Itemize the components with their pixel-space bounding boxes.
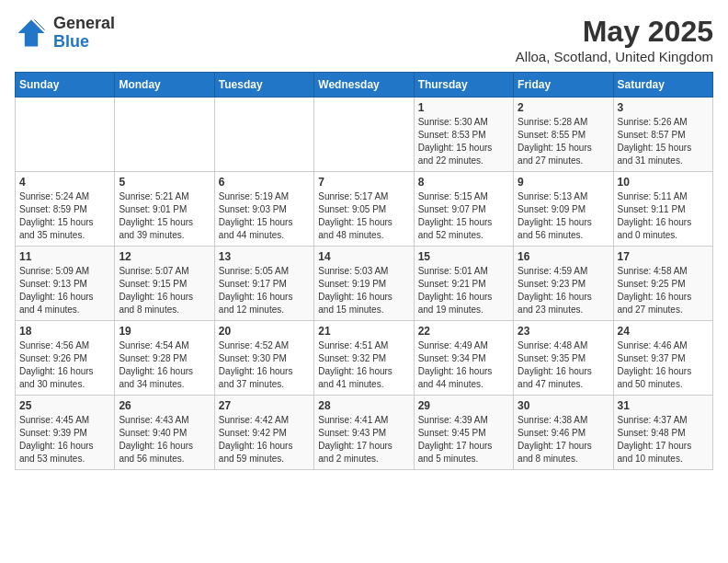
weekday-header-row: SundayMondayTuesdayWednesdayThursdayFrid… [16, 73, 713, 98]
day-info: Sunrise: 4:37 AMSunset: 9:48 PMDaylight:… [618, 414, 709, 465]
day-info: Sunrise: 4:46 AMSunset: 9:37 PMDaylight:… [618, 339, 709, 391]
day-number: 15 [418, 250, 509, 263]
day-info: Sunrise: 4:49 AMSunset: 9:34 PMDaylight:… [418, 339, 509, 391]
day-cell: 21Sunrise: 4:51 AMSunset: 9:32 PMDayligh… [314, 321, 414, 396]
day-cell: 11Sunrise: 5:09 AMSunset: 9:13 PMDayligh… [16, 247, 115, 321]
day-cell: 1Sunrise: 5:30 AMSunset: 8:53 PMDaylight… [414, 98, 513, 172]
day-info: Sunrise: 4:51 AMSunset: 9:32 PMDaylight:… [318, 339, 409, 391]
calendar-table: SundayMondayTuesdayWednesdayThursdayFrid… [15, 72, 713, 470]
day-cell: 12Sunrise: 5:07 AMSunset: 9:15 PMDayligh… [115, 247, 214, 321]
day-info: Sunrise: 4:52 AMSunset: 9:30 PMDaylight:… [219, 339, 310, 391]
weekday-header-saturday: Saturday [613, 73, 712, 98]
week-row-5: 25Sunrise: 4:45 AMSunset: 9:39 PMDayligh… [16, 396, 713, 470]
weekday-header-sunday: Sunday [16, 73, 115, 98]
day-info: Sunrise: 4:45 AMSunset: 9:39 PMDaylight:… [19, 414, 110, 465]
day-cell: 15Sunrise: 5:01 AMSunset: 9:21 PMDayligh… [414, 247, 513, 321]
day-number: 1 [418, 101, 509, 114]
day-info: Sunrise: 5:26 AMSunset: 8:57 PMDaylight:… [618, 116, 709, 167]
week-row-1: 1Sunrise: 5:30 AMSunset: 8:53 PMDaylight… [16, 98, 713, 172]
day-cell [214, 98, 313, 172]
day-cell: 14Sunrise: 5:03 AMSunset: 9:19 PMDayligh… [314, 247, 414, 321]
day-info: Sunrise: 4:59 AMSunset: 9:23 PMDaylight:… [518, 265, 609, 316]
day-cell: 18Sunrise: 4:56 AMSunset: 9:26 PMDayligh… [16, 321, 115, 396]
day-cell: 4Sunrise: 5:24 AMSunset: 8:59 PMDaylight… [16, 172, 115, 247]
day-cell [314, 98, 414, 172]
svg-marker-0 [18, 19, 45, 46]
day-info: Sunrise: 4:42 AMSunset: 9:42 PMDaylight:… [219, 414, 310, 465]
day-cell: 13Sunrise: 5:05 AMSunset: 9:17 PMDayligh… [214, 247, 313, 321]
day-cell: 3Sunrise: 5:26 AMSunset: 8:57 PMDaylight… [613, 98, 712, 172]
day-cell: 26Sunrise: 4:43 AMSunset: 9:40 PMDayligh… [115, 396, 214, 470]
day-info: Sunrise: 5:01 AMSunset: 9:21 PMDaylight:… [418, 265, 509, 316]
day-number: 7 [318, 176, 409, 189]
day-info: Sunrise: 5:19 AMSunset: 9:03 PMDaylight:… [219, 190, 310, 242]
day-info: Sunrise: 4:54 AMSunset: 9:28 PMDaylight:… [119, 339, 210, 391]
weekday-header-wednesday: Wednesday [314, 73, 414, 98]
day-cell: 16Sunrise: 4:59 AMSunset: 9:23 PMDayligh… [514, 247, 613, 321]
day-info: Sunrise: 5:28 AMSunset: 8:55 PMDaylight:… [518, 116, 609, 167]
day-info: Sunrise: 4:58 AMSunset: 9:25 PMDaylight:… [618, 265, 709, 316]
day-number: 5 [119, 176, 210, 189]
day-info: Sunrise: 5:13 AMSunset: 9:09 PMDaylight:… [518, 190, 609, 242]
day-cell [115, 98, 214, 172]
day-cell: 8Sunrise: 5:15 AMSunset: 9:07 PMDaylight… [414, 172, 513, 247]
day-number: 9 [518, 176, 609, 189]
day-cell: 19Sunrise: 4:54 AMSunset: 9:28 PMDayligh… [115, 321, 214, 396]
day-number: 11 [19, 250, 110, 263]
day-number: 13 [219, 250, 310, 263]
day-cell: 31Sunrise: 4:37 AMSunset: 9:48 PMDayligh… [613, 396, 712, 470]
day-cell: 9Sunrise: 5:13 AMSunset: 9:09 PMDaylight… [514, 172, 613, 247]
day-info: Sunrise: 5:03 AMSunset: 9:19 PMDaylight:… [318, 265, 409, 316]
day-number: 29 [418, 399, 509, 412]
day-number: 23 [518, 325, 609, 338]
weekday-header-monday: Monday [115, 73, 214, 98]
day-cell: 17Sunrise: 4:58 AMSunset: 9:25 PMDayligh… [613, 247, 712, 321]
day-cell: 25Sunrise: 4:45 AMSunset: 9:39 PMDayligh… [16, 396, 115, 470]
page-header: General Blue May 2025 Alloa, Scotland, U… [15, 15, 713, 64]
weekday-header-thursday: Thursday [414, 73, 513, 98]
day-number: 30 [518, 399, 609, 412]
week-row-3: 11Sunrise: 5:09 AMSunset: 9:13 PMDayligh… [16, 247, 713, 321]
day-cell: 27Sunrise: 4:42 AMSunset: 9:42 PMDayligh… [214, 396, 313, 470]
day-number: 6 [219, 176, 310, 189]
day-info: Sunrise: 5:24 AMSunset: 8:59 PMDaylight:… [19, 190, 110, 242]
day-info: Sunrise: 4:39 AMSunset: 9:45 PMDaylight:… [418, 414, 509, 465]
week-row-2: 4Sunrise: 5:24 AMSunset: 8:59 PMDaylight… [16, 172, 713, 247]
day-cell: 7Sunrise: 5:17 AMSunset: 9:05 PMDaylight… [314, 172, 414, 247]
day-number: 28 [318, 399, 409, 412]
logo-text: General Blue [53, 15, 115, 52]
day-cell: 6Sunrise: 5:19 AMSunset: 9:03 PMDaylight… [214, 172, 313, 247]
day-cell: 24Sunrise: 4:46 AMSunset: 9:37 PMDayligh… [613, 321, 712, 396]
day-cell: 20Sunrise: 4:52 AMSunset: 9:30 PMDayligh… [214, 321, 313, 396]
day-cell: 29Sunrise: 4:39 AMSunset: 9:45 PMDayligh… [414, 396, 513, 470]
day-number: 3 [618, 101, 709, 114]
day-number: 25 [19, 399, 110, 412]
day-info: Sunrise: 5:11 AMSunset: 9:11 PMDaylight:… [618, 190, 709, 242]
day-number: 4 [19, 176, 110, 189]
day-info: Sunrise: 4:43 AMSunset: 9:40 PMDaylight:… [119, 414, 210, 465]
day-number: 19 [119, 325, 210, 338]
day-info: Sunrise: 5:05 AMSunset: 9:17 PMDaylight:… [219, 265, 310, 316]
day-cell: 10Sunrise: 5:11 AMSunset: 9:11 PMDayligh… [613, 172, 712, 247]
weekday-header-friday: Friday [514, 73, 613, 98]
week-row-4: 18Sunrise: 4:56 AMSunset: 9:26 PMDayligh… [16, 321, 713, 396]
day-cell: 28Sunrise: 4:41 AMSunset: 9:43 PMDayligh… [314, 396, 414, 470]
day-number: 16 [518, 250, 609, 263]
day-cell [16, 98, 115, 172]
day-info: Sunrise: 4:48 AMSunset: 9:35 PMDaylight:… [518, 339, 609, 391]
day-number: 22 [418, 325, 509, 338]
day-number: 2 [518, 101, 609, 114]
day-number: 10 [618, 176, 709, 189]
day-number: 20 [219, 325, 310, 338]
weekday-header-tuesday: Tuesday [214, 73, 313, 98]
logo-icon [15, 17, 48, 50]
day-info: Sunrise: 5:15 AMSunset: 9:07 PMDaylight:… [418, 190, 509, 242]
day-info: Sunrise: 5:21 AMSunset: 9:01 PMDaylight:… [119, 190, 210, 242]
day-number: 26 [119, 399, 210, 412]
day-info: Sunrise: 4:41 AMSunset: 9:43 PMDaylight:… [318, 414, 409, 465]
day-info: Sunrise: 5:30 AMSunset: 8:53 PMDaylight:… [418, 116, 509, 167]
title-block: May 2025 Alloa, Scotland, United Kingdom [516, 15, 713, 64]
day-info: Sunrise: 5:09 AMSunset: 9:13 PMDaylight:… [19, 265, 110, 316]
day-number: 27 [219, 399, 310, 412]
day-number: 8 [418, 176, 509, 189]
